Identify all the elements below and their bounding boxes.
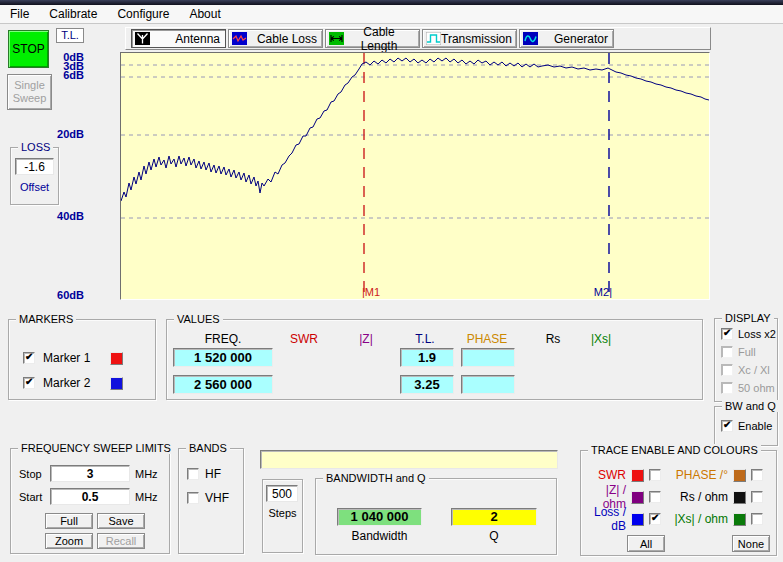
full-label: Full bbox=[738, 346, 756, 358]
rs-trace-row: Rs / ohm bbox=[669, 490, 763, 504]
frequency-entry-field[interactable] bbox=[260, 450, 558, 469]
generator-mode-button[interactable]: Generator bbox=[519, 29, 614, 48]
markers-group-title: MARKERS bbox=[16, 313, 76, 325]
transmission-icon bbox=[426, 32, 441, 45]
loss-group-title: LOSS bbox=[18, 141, 53, 153]
transmission-mode-label: Transmission bbox=[441, 32, 512, 46]
scale-20db: 20dB bbox=[50, 130, 84, 139]
values-header-swr: SWR bbox=[274, 332, 334, 346]
steps-box: Steps bbox=[262, 479, 303, 553]
vhf-checkbox[interactable] bbox=[187, 492, 199, 504]
stop-button[interactable]: STOP bbox=[8, 30, 49, 68]
display-group-title: DISPLAY bbox=[722, 312, 774, 324]
z-colour-swatch[interactable] bbox=[631, 491, 644, 504]
marker1-checkbox[interactable] bbox=[23, 352, 35, 364]
marker1-color-swatch[interactable] bbox=[110, 352, 123, 365]
steps-label: Steps bbox=[263, 507, 302, 519]
rs-trace-label: Rs / ohm bbox=[669, 490, 728, 504]
z-trace-checkbox[interactable] bbox=[649, 491, 661, 503]
app-window: { "menu": { "items": [ {"label":"File"},… bbox=[0, 0, 783, 562]
marker2-freq-value: 2 560 000 bbox=[173, 375, 273, 394]
loss-trace-checkbox[interactable] bbox=[649, 513, 661, 525]
values-header-z: |Z| bbox=[336, 332, 396, 346]
xs-trace-checkbox[interactable] bbox=[751, 513, 763, 525]
mode-toolbar: Antenna Cable Loss Cable Length Transmis… bbox=[125, 27, 711, 50]
markers-group: MARKERS Marker 1 Marker 2 bbox=[8, 319, 156, 400]
values-header-xs: |Xs| bbox=[571, 332, 631, 346]
rs-colour-swatch[interactable] bbox=[733, 491, 746, 504]
phase-trace-checkbox[interactable] bbox=[751, 469, 763, 481]
xs-trace-label: |Xs| / ohm bbox=[669, 512, 728, 526]
loss-colour-swatch[interactable] bbox=[631, 513, 644, 526]
phase-trace-row: PHASE /° bbox=[669, 468, 763, 482]
fiftyohm-checkbox[interactable] bbox=[721, 382, 733, 394]
loss-trace bbox=[121, 58, 709, 201]
menu-configure[interactable]: Configure bbox=[107, 7, 179, 21]
loss-trace-row: Loss / dB bbox=[583, 512, 661, 526]
single-sweep-button[interactable]: Single Sweep bbox=[7, 74, 52, 110]
loss-offset-field[interactable] bbox=[15, 158, 54, 175]
bands-group-title: BANDS bbox=[186, 442, 230, 454]
start-label: Start bbox=[19, 491, 45, 503]
loss-group: LOSS Offset bbox=[10, 147, 59, 205]
xcxl-checkbox[interactable] bbox=[721, 364, 733, 376]
hf-label: HF bbox=[205, 467, 221, 481]
save-sweep-button[interactable]: Save bbox=[97, 513, 145, 529]
sweep-chart[interactable]: |M1M2| bbox=[120, 52, 710, 300]
xs-trace-row: |Xs| / ohm bbox=[669, 512, 763, 526]
rs-trace-checkbox[interactable] bbox=[751, 491, 763, 503]
transmission-mode-button[interactable]: Transmission bbox=[422, 29, 517, 48]
trace-colours-title: TRACE ENABLE AND COLOURS bbox=[588, 444, 761, 456]
bandwidth-label: Bandwidth bbox=[337, 529, 422, 543]
scale-60db: 60dB bbox=[50, 291, 84, 300]
hf-checkbox[interactable] bbox=[187, 468, 199, 480]
fiftyohm-label: 50 ohm bbox=[738, 382, 775, 394]
xcxl-label: Xc / Xl bbox=[738, 364, 770, 376]
loss-offset-label: Offset bbox=[11, 181, 58, 193]
chart-canvas: |M1M2| bbox=[121, 53, 709, 299]
q-label: Q bbox=[451, 529, 537, 543]
lossx2-checkbox[interactable] bbox=[721, 328, 733, 340]
values-header-tl: T.L. bbox=[395, 332, 455, 346]
bwq-enable-checkbox[interactable] bbox=[721, 420, 733, 432]
cable-length-mode-button[interactable]: Cable Length bbox=[325, 29, 420, 48]
menu-calibrate[interactable]: Calibrate bbox=[39, 7, 107, 21]
cable-length-icon bbox=[329, 32, 344, 45]
antenna-mode-button[interactable]: Antenna bbox=[131, 29, 226, 48]
display-50ohm-row: 50 ohm bbox=[721, 382, 775, 394]
recall-sweep-button[interactable]: Recall bbox=[97, 533, 145, 549]
swr-colour-swatch[interactable] bbox=[631, 469, 644, 482]
start-unit-label: MHz bbox=[135, 491, 158, 503]
marker2-color-swatch[interactable] bbox=[110, 377, 123, 390]
marker-label-m1: |M1 bbox=[362, 286, 380, 298]
vhf-label: VHF bbox=[205, 491, 229, 505]
menu-about[interactable]: About bbox=[179, 7, 230, 21]
marker1-tl-value: 1.9 bbox=[400, 348, 454, 367]
marker2-checkbox[interactable] bbox=[23, 377, 35, 389]
tl-axis-box: T.L. bbox=[56, 28, 84, 43]
swr-trace-checkbox[interactable] bbox=[649, 469, 661, 481]
start-freq-field[interactable] bbox=[50, 488, 130, 505]
none-traces-button[interactable]: None bbox=[732, 535, 770, 552]
full-checkbox[interactable] bbox=[721, 346, 733, 358]
stop-freq-field[interactable] bbox=[50, 465, 130, 482]
phase-colour-swatch[interactable] bbox=[733, 469, 746, 482]
bandwidth-group: BANDWIDTH and Q 1 040 000 Bandwidth 2 Q bbox=[315, 478, 557, 555]
zoom-sweep-button[interactable]: Zoom bbox=[45, 533, 93, 549]
cable-loss-mode-label: Cable Loss bbox=[257, 32, 317, 46]
start-row: Start MHz bbox=[19, 488, 158, 505]
generator-mode-label: Generator bbox=[554, 32, 608, 46]
marker1-freq-value: 1 520 000 bbox=[173, 348, 273, 367]
xs-colour-swatch[interactable] bbox=[733, 513, 746, 526]
all-traces-button[interactable]: All bbox=[627, 535, 665, 552]
cable-loss-mode-button[interactable]: Cable Loss bbox=[228, 29, 323, 48]
marker1-label: Marker 1 bbox=[43, 351, 90, 365]
full-sweep-button[interactable]: Full bbox=[45, 513, 93, 529]
steps-field[interactable] bbox=[266, 485, 298, 502]
marker2-label: Marker 2 bbox=[43, 376, 90, 390]
lossx2-label: Loss x2 bbox=[738, 328, 776, 340]
menu-file[interactable]: File bbox=[0, 7, 39, 21]
stop-label: Stop bbox=[19, 468, 45, 480]
sweep-limits-title: FREQUENCY SWEEP LIMITS bbox=[18, 442, 174, 454]
display-group: DISPLAY Loss x2 Full Xc / Xl 50 ohm bbox=[714, 318, 778, 402]
